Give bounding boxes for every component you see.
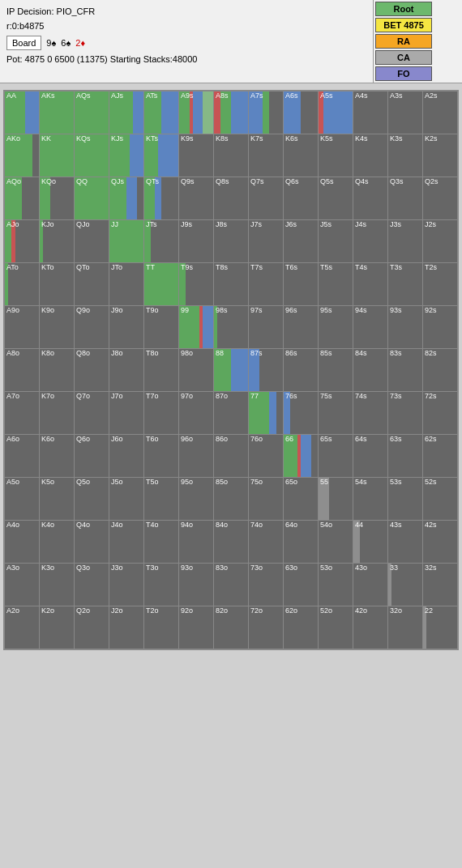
matrix-cell-t7s[interactable]: T7s (249, 263, 283, 305)
matrix-cell-a3o[interactable]: A3o (5, 564, 39, 606)
matrix-cell-q6s[interactable]: Q6s (284, 177, 318, 219)
matrix-cell-q5s[interactable]: Q5s (319, 177, 353, 219)
matrix-cell-62o[interactable]: 62o (284, 606, 318, 649)
matrix-cell-82o[interactable]: 82o (214, 606, 248, 649)
matrix-cell-ato[interactable]: ATo (5, 263, 39, 305)
matrix-cell-33[interactable]: 33 (388, 564, 422, 606)
matrix-cell-62s[interactable]: 62s (423, 435, 457, 477)
matrix-cell-t3s[interactable]: T3s (388, 263, 422, 305)
matrix-cell-ajs[interactable]: AJs (109, 91, 143, 134)
matrix-cell-82s[interactable]: 82s (423, 349, 457, 391)
matrix-cell-k8s[interactable]: K8s (214, 134, 248, 177)
matrix-cell-t4o[interactable]: T4o (144, 521, 178, 563)
matrix-cell-95o[interactable]: 95o (179, 478, 213, 520)
matrix-cell-a7s[interactable]: A7s (249, 91, 283, 134)
matrix-cell-j8s[interactable]: J8s (214, 220, 248, 262)
matrix-cell-a2s[interactable]: A2s (423, 91, 457, 134)
matrix-cell-64s[interactable]: 64s (353, 435, 387, 477)
matrix-cell-54s[interactable]: 54s (353, 478, 387, 520)
matrix-cell-qjs[interactable]: QJs (109, 177, 143, 219)
matrix-cell-a9s[interactable]: A9s (179, 91, 213, 134)
matrix-cell-44[interactable]: 44 (353, 521, 387, 563)
matrix-cell-32s[interactable]: 32s (423, 564, 457, 606)
matrix-cell-76o[interactable]: 76o (249, 435, 283, 477)
matrix-cell-84s[interactable]: 84s (353, 349, 387, 391)
matrix-cell-52s[interactable]: 52s (423, 478, 457, 520)
matrix-cell-q2o[interactable]: Q2o (75, 606, 109, 649)
matrix-cell-a2o[interactable]: A2o (5, 606, 39, 649)
matrix-cell-j4o[interactable]: J4o (109, 521, 143, 563)
matrix-cell-q8o[interactable]: Q8o (75, 349, 109, 391)
matrix-cell-t2s[interactable]: T2s (423, 263, 457, 305)
matrix-cell-53o[interactable]: 53o (319, 564, 353, 606)
matrix-cell-72o[interactable]: 72o (249, 606, 283, 649)
matrix-cell-84o[interactable]: 84o (214, 521, 248, 563)
matrix-cell-63o[interactable]: 63o (284, 564, 318, 606)
matrix-cell-j2s[interactable]: J2s (423, 220, 457, 262)
matrix-cell-86s[interactable]: 86s (284, 349, 318, 391)
matrix-cell-74o[interactable]: 74o (249, 521, 283, 563)
matrix-cell-q9o[interactable]: Q9o (75, 306, 109, 348)
matrix-cell-q6o[interactable]: Q6o (75, 435, 109, 477)
matrix-cell-k5o[interactable]: K5o (40, 478, 74, 520)
matrix-cell-kqo[interactable]: KQo (40, 177, 74, 219)
matrix-cell-j5s[interactable]: J5s (319, 220, 353, 262)
matrix-cell-86o[interactable]: 86o (214, 435, 248, 477)
matrix-cell-j5o[interactable]: J5o (109, 478, 143, 520)
matrix-cell-94s[interactable]: 94s (353, 306, 387, 348)
matrix-cell-qjo[interactable]: QJo (75, 220, 109, 262)
matrix-cell-98o[interactable]: 98o (179, 349, 213, 391)
fo-button[interactable]: FO (375, 66, 432, 81)
matrix-cell-t8s[interactable]: T8s (214, 263, 248, 305)
matrix-cell-76s[interactable]: 76s (284, 392, 318, 434)
matrix-cell-j3s[interactable]: J3s (388, 220, 422, 262)
matrix-cell-j6o[interactable]: J6o (109, 435, 143, 477)
matrix-cell-66[interactable]: 66 (284, 435, 318, 477)
matrix-cell-j2o[interactable]: J2o (109, 606, 143, 649)
matrix-cell-kts[interactable]: KTs (144, 134, 178, 177)
matrix-cell-q3s[interactable]: Q3s (388, 177, 422, 219)
matrix-cell-t6o[interactable]: T6o (144, 435, 178, 477)
matrix-cell-j7s[interactable]: J7s (249, 220, 283, 262)
matrix-cell-j3o[interactable]: J3o (109, 564, 143, 606)
board-button[interactable]: Board (6, 36, 41, 50)
matrix-cell-aqo[interactable]: AQo (5, 177, 39, 219)
matrix-cell-k2o[interactable]: K2o (40, 606, 74, 649)
matrix-cell-k7o[interactable]: K7o (40, 392, 74, 434)
matrix-cell-kto[interactable]: KTo (40, 263, 74, 305)
matrix-cell-95s[interactable]: 95s (319, 306, 353, 348)
matrix-cell-k4o[interactable]: K4o (40, 521, 74, 563)
matrix-cell-k5s[interactable]: K5s (319, 134, 353, 177)
matrix-cell-32o[interactable]: 32o (388, 606, 422, 649)
matrix-cell-k2s[interactable]: K2s (423, 134, 457, 177)
matrix-cell-43o[interactable]: 43o (353, 564, 387, 606)
matrix-cell-k7s[interactable]: K7s (249, 134, 283, 177)
matrix-cell-87o[interactable]: 87o (214, 392, 248, 434)
matrix-cell-a8s[interactable]: A8s (214, 91, 248, 134)
matrix-cell-t3o[interactable]: T3o (144, 564, 178, 606)
matrix-cell-a4s[interactable]: A4s (353, 91, 387, 134)
matrix-cell-97s[interactable]: 97s (249, 306, 283, 348)
matrix-cell-a6s[interactable]: A6s (284, 91, 318, 134)
matrix-cell-96s[interactable]: 96s (284, 306, 318, 348)
matrix-cell-93o[interactable]: 93o (179, 564, 213, 606)
matrix-cell-j9o[interactable]: J9o (109, 306, 143, 348)
matrix-cell-96o[interactable]: 96o (179, 435, 213, 477)
matrix-cell-73o[interactable]: 73o (249, 564, 283, 606)
matrix-cell-k8o[interactable]: K8o (40, 349, 74, 391)
matrix-cell-42o[interactable]: 42o (353, 606, 387, 649)
matrix-cell-q5o[interactable]: Q5o (75, 478, 109, 520)
matrix-cell-kjo[interactable]: KJo (40, 220, 74, 262)
matrix-cell-53s[interactable]: 53s (388, 478, 422, 520)
matrix-cell-t5o[interactable]: T5o (144, 478, 178, 520)
matrix-cell-k4s[interactable]: K4s (353, 134, 387, 177)
matrix-cell-a7o[interactable]: A7o (5, 392, 39, 434)
ca-button[interactable]: CA (375, 50, 432, 65)
matrix-cell-63s[interactable]: 63s (388, 435, 422, 477)
matrix-cell-99[interactable]: 99 (179, 306, 213, 348)
matrix-cell-t5s[interactable]: T5s (319, 263, 353, 305)
matrix-cell-ats[interactable]: ATs (144, 91, 178, 134)
matrix-cell-65o[interactable]: 65o (284, 478, 318, 520)
matrix-cell-a3s[interactable]: A3s (388, 91, 422, 134)
matrix-cell-j8o[interactable]: J8o (109, 349, 143, 391)
